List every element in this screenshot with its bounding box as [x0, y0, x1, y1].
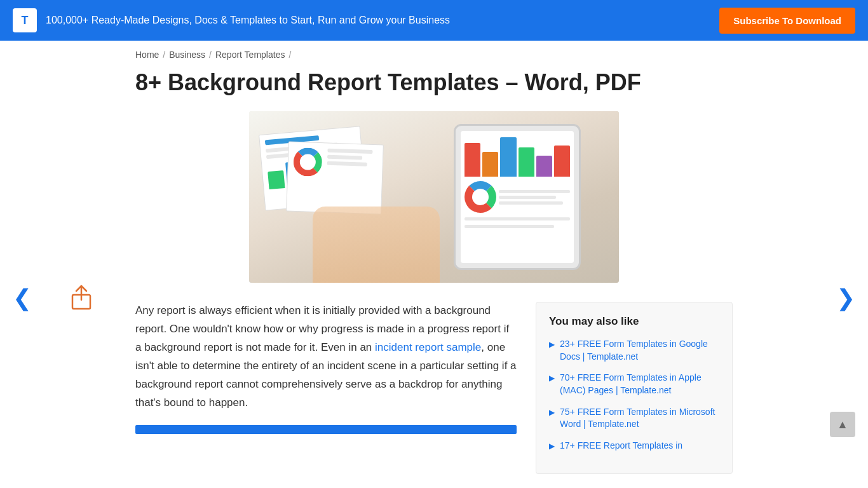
paper-sheet-2	[286, 142, 384, 215]
breadcrumb: Home / Business / Report Templates /	[0, 41, 868, 69]
hero-image-inner	[249, 111, 619, 283]
hero-image-container	[135, 111, 733, 283]
scroll-to-top-button[interactable]: ▲	[830, 412, 855, 437]
breadcrumb-sep3: /	[288, 50, 291, 60]
sidebar-link-2[interactable]: 70+ FREE Form Templates in Apple (MAC) P…	[560, 372, 719, 396]
main-content: 8+ Background Report Templates – Word, P…	[0, 69, 868, 474]
page-title: 8+ Background Report Templates – Word, P…	[135, 69, 733, 96]
next-arrow[interactable]: ❯	[836, 285, 855, 311]
top-bar: T 100,000+ Ready-Made Designs, Docs & Te…	[0, 0, 868, 41]
article-text: Any report is always efficient when it i…	[135, 302, 517, 474]
tagline: 100,000+ Ready-Made Designs, Docs & Temp…	[46, 15, 450, 26]
top-bar-left: T 100,000+ Ready-Made Designs, Docs & Te…	[13, 8, 450, 32]
sidebar-item-2: ▶ 70+ FREE Form Templates in Apple (MAC)…	[549, 372, 719, 396]
sidebar-card: You may also like ▶ 23+ FREE Form Templa…	[536, 302, 733, 474]
hero-image	[249, 111, 619, 283]
sidebar: You may also like ▶ 23+ FREE Form Templa…	[536, 302, 733, 474]
tablet-graphic	[454, 124, 581, 270]
sidebar-arrow-1: ▶	[549, 340, 555, 349]
breadcrumb-sep2: /	[209, 50, 212, 60]
share-icon[interactable]	[70, 285, 93, 310]
sidebar-arrow-2: ▶	[549, 374, 555, 383]
hand-graphic	[313, 207, 440, 283]
sidebar-link-3[interactable]: 75+ FREE Form Templates in Microsoft Wor…	[560, 406, 719, 431]
subscribe-button[interactable]: Subscribe To Download	[719, 8, 855, 34]
prev-arrow[interactable]: ❮	[13, 285, 32, 311]
breadcrumb-current[interactable]: Report Templates	[215, 50, 285, 60]
content-grid: Any report is always efficient when it i…	[135, 302, 733, 474]
logo: T	[13, 8, 37, 32]
sidebar-link-1[interactable]: 23+ FREE Form Templates in Google Docs |…	[560, 338, 719, 363]
sidebar-arrow-4: ▶	[549, 442, 555, 451]
breadcrumb-business[interactable]: Business	[169, 50, 205, 60]
breadcrumb-home[interactable]: Home	[135, 50, 159, 60]
sidebar-item-1: ▶ 23+ FREE Form Templates in Google Docs…	[549, 338, 719, 363]
sidebar-arrow-3: ▶	[549, 408, 555, 417]
sidebar-link-4[interactable]: 17+ FREE Report Templates in	[560, 440, 682, 452]
sidebar-title: You may also like	[549, 315, 719, 328]
sidebar-item-4: ▶ 17+ FREE Report Templates in	[549, 440, 719, 452]
blue-cta-bar[interactable]	[135, 425, 517, 434]
breadcrumb-sep1: /	[163, 50, 165, 60]
tablet-screen	[461, 131, 574, 263]
article-paragraph: Any report is always efficient when it i…	[135, 302, 517, 412]
incident-report-link[interactable]: incident report sample	[375, 341, 481, 353]
share-icon-area[interactable]	[70, 285, 93, 313]
sidebar-item-3: ▶ 75+ FREE Form Templates in Microsoft W…	[549, 406, 719, 431]
